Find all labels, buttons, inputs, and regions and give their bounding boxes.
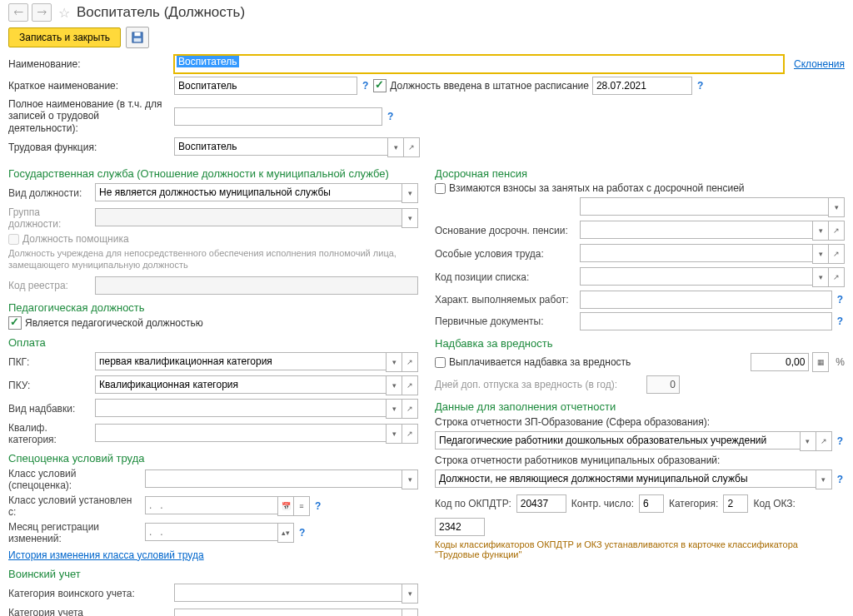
open-button[interactable]: ↗ [402, 375, 418, 395]
section-gov-service: Государственная служба (Отношение должно… [8, 167, 418, 180]
dropdown-button[interactable]: ▾ [386, 424, 402, 444]
dropdown-button: ▾ [402, 208, 418, 228]
dropdown-button[interactable]: ▾ [386, 352, 402, 372]
pension-conditions-input[interactable] [580, 244, 812, 262]
classifier-hint: Коды классификаторов ОКПДТР и ОКЗ устана… [435, 539, 845, 559]
hazard-amount-input[interactable] [751, 353, 809, 371]
pension-basis-input[interactable] [580, 221, 812, 239]
in-staff-checkbox[interactable] [373, 79, 387, 92]
open-button[interactable]: ↗ [402, 352, 418, 372]
military-booked-input[interactable] [174, 609, 402, 616]
class-conditions-label: Класс условий (спецоценка): [8, 468, 142, 491]
calc-button[interactable]: ▦ [812, 352, 829, 372]
dropdown-button[interactable]: ▾ [828, 197, 845, 217]
help-icon[interactable]: ? [361, 80, 370, 92]
okpdtr-label: Код по ОКПДТР: [435, 498, 511, 509]
save-button[interactable] [126, 27, 149, 48]
category-label: Категория: [669, 498, 718, 509]
pension-docs-label: Первичные документы: [435, 315, 576, 327]
labor-function-input[interactable] [174, 137, 387, 156]
section-early-pension: Досрочная пенсия [435, 167, 845, 180]
stepper-button[interactable]: ▴▾ [277, 523, 294, 543]
gov-kind-input[interactable] [95, 183, 402, 201]
nav-forward-button[interactable]: 🡒 [32, 3, 52, 22]
class-history-link[interactable]: История изменения класса условий труда [8, 549, 204, 561]
in-staff-label: Должность введена в штатное расписание [390, 80, 589, 92]
qualification-input[interactable] [95, 424, 386, 442]
help-icon[interactable]: ? [696, 80, 705, 92]
dropdown-button[interactable]: ▾ [812, 221, 829, 241]
report-line1-input[interactable] [435, 431, 800, 450]
in-staff-date[interactable] [592, 77, 692, 95]
qualification-label: Квалиф. категория: [8, 422, 92, 445]
short-name-label: Краткое наименование: [8, 80, 171, 92]
report-line1-label: Строка отчетности ЗП-Образование (Сфера … [435, 416, 845, 428]
short-name-input[interactable] [174, 77, 357, 95]
help-icon[interactable]: ? [386, 111, 395, 122]
dropdown-button[interactable]: ▾ [812, 267, 829, 287]
dropdown-button[interactable]: ▾ [812, 244, 829, 264]
open-button[interactable]: ↗ [829, 267, 845, 287]
calendar-icon[interactable]: 📅 [277, 496, 294, 516]
open-button[interactable]: ↗ [402, 399, 418, 419]
full-name-input[interactable] [174, 107, 382, 126]
nav-back-button[interactable]: 🡐 [8, 3, 28, 22]
help-icon[interactable]: ? [313, 500, 322, 512]
help-icon[interactable]: ? [836, 474, 845, 485]
category-input[interactable] [723, 494, 748, 513]
dropdown-button[interactable]: ▾ [800, 431, 816, 451]
open-button[interactable]: ↗ [829, 244, 845, 264]
open-button[interactable]: ↗ [404, 137, 420, 157]
help-icon[interactable]: ? [836, 435, 845, 447]
military-category-label: Категория воинского учета: [8, 588, 171, 599]
pkg-input[interactable] [95, 352, 386, 370]
pkg-label: ПКГ: [8, 356, 92, 368]
military-category-input[interactable] [174, 584, 402, 602]
dropdown-button[interactable]: ▾ [402, 584, 418, 604]
dropdown-button[interactable]: ▾ [386, 399, 402, 419]
pku-input[interactable] [95, 375, 386, 394]
star-icon[interactable]: ☆ [58, 5, 70, 21]
open-button[interactable]: ↗ [829, 221, 845, 241]
dropdown-button[interactable]: ▾ [386, 375, 402, 395]
ctrl-input[interactable] [639, 494, 664, 513]
recent-button[interactable]: ≡ [294, 496, 310, 516]
okpdtr-input[interactable] [516, 494, 566, 513]
section-special-assessment: Спецоценка условий труда [8, 452, 418, 464]
pension-docs-input[interactable] [580, 312, 832, 330]
military-booked-label: Категория учета забронированных: [8, 607, 171, 616]
dropdown-button[interactable]: ▾ [402, 469, 418, 489]
open-button[interactable]: ↗ [402, 424, 418, 444]
name-input[interactable]: Воспитатель [174, 55, 784, 73]
dropdown-button[interactable]: ▾ [387, 137, 404, 157]
pension-conditions-label: Особые условия труда: [435, 248, 576, 260]
dropdown-button[interactable]: ▾ [402, 183, 418, 203]
svg-rect-1 [135, 32, 141, 36]
open-button[interactable]: ↗ [816, 431, 832, 451]
pension-position-input[interactable] [580, 267, 812, 286]
dropdown-button[interactable]: ▾ [402, 609, 418, 616]
pension-work-input[interactable] [580, 291, 832, 309]
svg-rect-2 [134, 38, 142, 42]
pension-fees-input[interactable] [580, 197, 828, 216]
help-icon[interactable]: ? [836, 315, 845, 327]
change-month-input[interactable] [145, 523, 277, 541]
class-conditions-input[interactable] [145, 469, 402, 488]
gov-group-label: Группа должности: [8, 206, 92, 230]
section-hazard: Надбавка за вредность [435, 337, 845, 350]
declensions-link[interactable]: Склонения [794, 58, 845, 70]
class-date-input[interactable] [145, 496, 277, 514]
help-icon[interactable]: ? [297, 527, 307, 539]
pension-fees-checkbox[interactable] [435, 183, 446, 194]
allowance-input[interactable] [95, 399, 386, 417]
dropdown-button[interactable]: ▾ [816, 469, 832, 489]
gov-group-input [95, 208, 402, 226]
is-pedagogical-checkbox[interactable] [8, 316, 22, 330]
save-and-close-button[interactable]: Записать и закрыть [8, 27, 121, 47]
help-icon[interactable]: ? [836, 294, 845, 306]
registry-code-input [95, 276, 418, 295]
assistant-label: Должность помощника [22, 233, 129, 245]
report-line2-input[interactable] [435, 469, 816, 488]
okz-input[interactable] [435, 518, 485, 536]
hazard-paid-checkbox[interactable] [435, 357, 446, 368]
